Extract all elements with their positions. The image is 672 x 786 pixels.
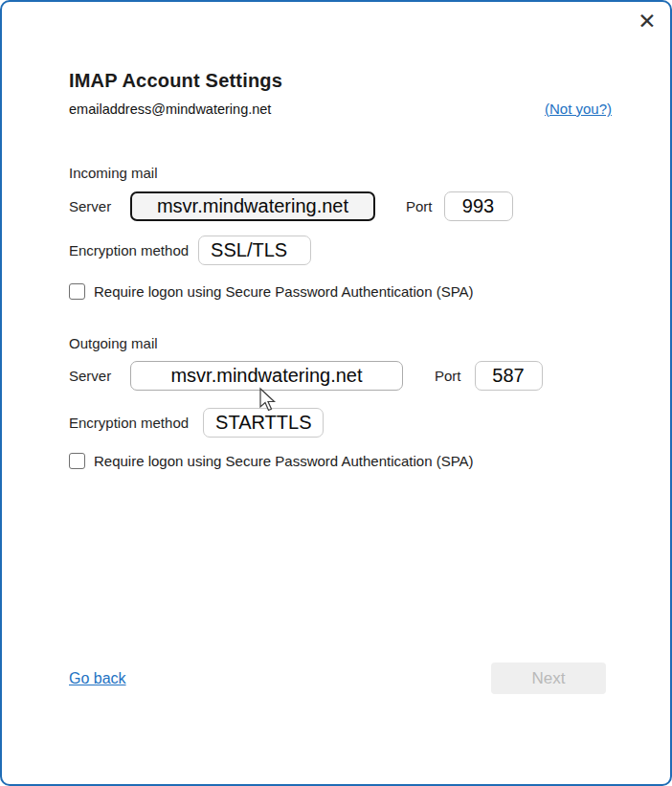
incoming-port-input[interactable] — [444, 191, 513, 221]
incoming-encryption-label: Encryption method — [69, 242, 189, 258]
outgoing-port-label: Port — [435, 368, 461, 384]
outgoing-server-row: Server Port — [69, 361, 603, 391]
outgoing-server-label: Server — [69, 368, 130, 384]
next-button[interactable]: Next — [491, 662, 606, 694]
incoming-encryption-row: Encryption method SSL/TLS — [69, 236, 603, 265]
incoming-spa-row: Require logon using Secure Password Auth… — [69, 283, 603, 300]
outgoing-spa-row: Require logon using Secure Password Auth… — [69, 453, 603, 469]
imap-settings-dialog: ✕ IMAP Account Settings emailaddress@min… — [0, 0, 672, 786]
page-title: IMAP Account Settings — [69, 70, 603, 92]
close-icon[interactable]: ✕ — [634, 8, 661, 34]
outgoing-server-input[interactable] — [130, 361, 403, 391]
outgoing-encryption-row: Encryption method STARTTLS — [69, 408, 603, 438]
dialog-footer: Go back Next — [69, 662, 606, 694]
not-you-link[interactable]: (Not you?) — [545, 101, 612, 117]
outgoing-encryption-select[interactable]: STARTTLS — [203, 408, 324, 438]
outgoing-section-label: Outgoing mail — [69, 335, 603, 351]
incoming-server-label: Server — [69, 198, 130, 214]
incoming-section-label: Incoming mail — [69, 165, 603, 181]
dialog-content: IMAP Account Settings emailaddress@mindw… — [2, 70, 670, 469]
incoming-server-row: Server Port — [69, 191, 603, 221]
incoming-server-input[interactable] — [130, 191, 375, 221]
account-email: emailaddress@mindwatering.net — [69, 101, 271, 117]
outgoing-spa-checkbox[interactable] — [69, 453, 85, 469]
incoming-spa-label: Require logon using Secure Password Auth… — [94, 283, 474, 300]
incoming-spa-checkbox[interactable] — [69, 283, 85, 300]
incoming-port-label: Port — [406, 198, 433, 214]
incoming-encryption-select[interactable]: SSL/TLS — [198, 236, 311, 265]
outgoing-spa-label: Require logon using Secure Password Auth… — [94, 453, 474, 469]
outgoing-port-input[interactable] — [475, 361, 543, 391]
go-back-link[interactable]: Go back — [69, 670, 126, 687]
outgoing-encryption-label: Encryption method — [69, 415, 189, 431]
account-row: emailaddress@mindwatering.net (Not you?) — [69, 101, 612, 117]
